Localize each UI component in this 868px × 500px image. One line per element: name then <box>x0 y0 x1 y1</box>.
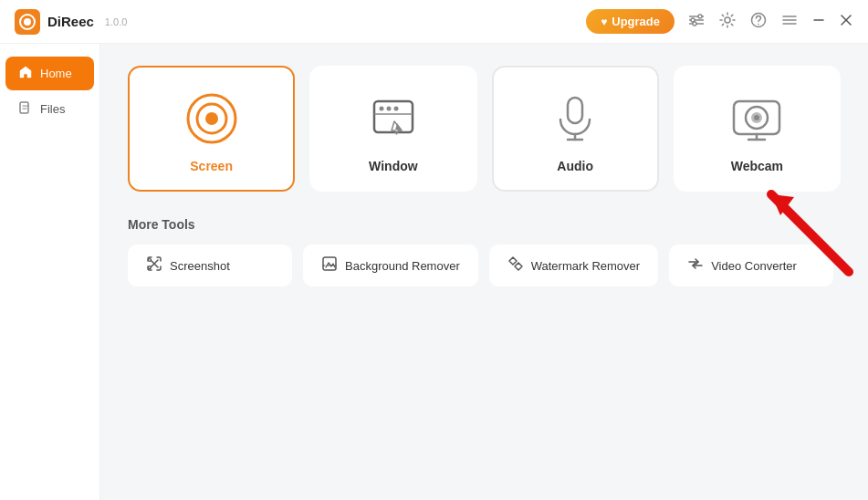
heart-icon: ♥ <box>601 16 607 28</box>
svg-rect-21 <box>20 102 28 113</box>
screenshot-icon <box>146 255 162 276</box>
svg-point-24 <box>205 112 218 125</box>
titlebar: DiReec 1.0.0 ♥ Upgrade <box>0 0 868 44</box>
webcam-card[interactable]: Webcam <box>674 66 841 192</box>
webcam-card-icon <box>727 89 786 148</box>
upgrade-label: Upgrade <box>612 15 660 28</box>
sidebar: Home Files <box>0 44 100 500</box>
background-remover-icon <box>321 255 338 276</box>
sidebar-files-label: Files <box>40 102 65 116</box>
svg-point-2 <box>24 18 31 26</box>
background-remover-label: Background Remover <box>345 259 460 273</box>
sidebar-item-files[interactable]: Files <box>5 92 94 126</box>
window-card-icon <box>364 89 423 148</box>
screen-card[interactable]: Screen <box>128 66 295 192</box>
screen-card-icon <box>183 89 241 148</box>
more-tools-title: More Tools <box>128 217 841 232</box>
minimize-button[interactable] <box>811 13 826 31</box>
svg-point-14 <box>758 23 759 25</box>
screenshot-label: Screenshot <box>170 259 230 273</box>
files-icon <box>18 100 33 118</box>
video-converter-icon <box>687 255 704 276</box>
window-card-label: Window <box>369 159 418 173</box>
svg-point-27 <box>386 107 391 111</box>
audio-card[interactable]: Audio <box>492 66 659 192</box>
svg-point-26 <box>379 107 383 111</box>
audio-card-label: Audio <box>557 159 593 173</box>
svg-point-6 <box>698 15 702 18</box>
gear-icon[interactable] <box>718 12 737 32</box>
home-icon <box>18 65 33 82</box>
tools-grid: Screenshot Background Remover <box>128 245 841 286</box>
svg-rect-25 <box>374 101 413 132</box>
svg-point-39 <box>149 259 152 262</box>
sidebar-item-home[interactable]: Home <box>5 57 94 90</box>
audio-card-icon <box>546 89 604 148</box>
app-version: 1.0.0 <box>105 16 127 27</box>
screenshot-tool[interactable]: Screenshot <box>128 245 292 286</box>
svg-rect-30 <box>568 98 582 123</box>
webcam-card-label: Webcam <box>731 159 783 173</box>
svg-point-12 <box>725 17 730 23</box>
background-remover-tool[interactable]: Background Remover <box>303 245 478 286</box>
window-card[interactable]: Window <box>309 66 476 192</box>
svg-point-28 <box>393 107 398 111</box>
close-button[interactable] <box>839 13 853 31</box>
titlebar-actions: ♥ Upgrade <box>586 9 853 34</box>
video-converter-label: Video Converter <box>711 259 797 273</box>
content-area: Screen <box>100 44 868 500</box>
app-name: DiReec <box>47 14 94 29</box>
svg-point-36 <box>754 115 759 120</box>
watermark-remover-label: Watermark Remover <box>531 259 640 273</box>
video-converter-tool[interactable]: Video Converter <box>669 245 833 286</box>
main-layout: Home Files <box>0 44 868 500</box>
screen-card-label: Screen <box>190 159 233 173</box>
app-logo: DiReec 1.0.0 <box>15 9 127 35</box>
svg-point-40 <box>149 266 152 269</box>
settings-knob-icon[interactable] <box>687 12 706 32</box>
app-logo-icon <box>15 9 40 35</box>
sidebar-home-label: Home <box>40 67 72 80</box>
watermark-remover-icon <box>507 255 524 276</box>
watermark-remover-tool[interactable]: Watermark Remover <box>489 245 658 286</box>
upgrade-button[interactable]: ♥ Upgrade <box>586 9 675 34</box>
menu-icon[interactable] <box>780 12 799 32</box>
recording-cards: Screen <box>128 66 841 192</box>
svg-point-9 <box>693 22 696 26</box>
help-icon[interactable] <box>749 12 768 32</box>
